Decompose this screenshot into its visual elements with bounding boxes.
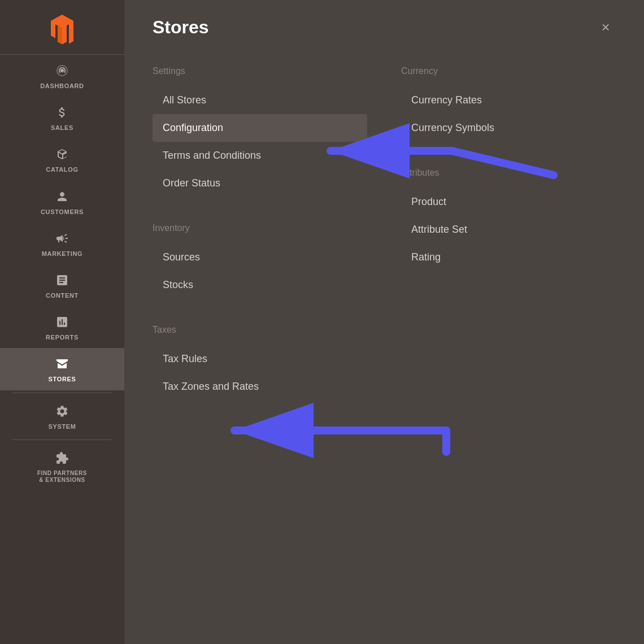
reports-icon bbox=[55, 315, 69, 331]
main-content: Stores × Settings All Stores Configurati… bbox=[124, 0, 644, 644]
sidebar: DASHBOARD SALES CATALOG CUSTOMERS MARKET… bbox=[0, 0, 124, 644]
panel-title: Stores bbox=[153, 17, 209, 38]
menu-item-currency-symbols[interactable]: Currency Symbols bbox=[401, 114, 616, 142]
inventory-section-title: Inventory bbox=[153, 223, 367, 233]
menu-item-stocks[interactable]: Stocks bbox=[153, 271, 367, 299]
panel-header: Stores × bbox=[153, 17, 616, 38]
sidebar-item-catalog[interactable]: CATALOG bbox=[0, 138, 124, 180]
sidebar-item-extensions[interactable]: FIND PARTNERS & EXTENSIONS bbox=[0, 442, 124, 490]
sidebar-item-stores-label: STORES bbox=[49, 376, 76, 383]
left-column: Settings All Stores Configuration Terms … bbox=[153, 60, 367, 401]
sidebar-item-sales-label: SALES bbox=[51, 124, 73, 132]
sidebar-item-customers-label: CUSTOMERS bbox=[41, 208, 84, 216]
settings-section-title: Settings bbox=[153, 66, 367, 76]
customers-icon bbox=[55, 190, 69, 206]
menu-item-terms-conditions[interactable]: Terms and Conditions bbox=[153, 142, 367, 169]
attributes-section-title: Attributes bbox=[401, 168, 616, 178]
stores-icon bbox=[55, 357, 69, 373]
currency-section-title: Currency bbox=[401, 66, 616, 76]
sidebar-item-dashboard[interactable]: DASHBOARD bbox=[0, 55, 124, 97]
sidebar-item-reports-label: REPORTS bbox=[46, 334, 79, 341]
system-icon bbox=[55, 404, 69, 420]
menu-item-attribute-set[interactable]: Attribute Set bbox=[401, 216, 616, 243]
sidebar-item-customers[interactable]: CUSTOMERS bbox=[0, 181, 124, 223]
sidebar-item-extensions-label: FIND PARTNERS & EXTENSIONS bbox=[37, 470, 87, 484]
menu-item-rating[interactable]: Rating bbox=[401, 243, 616, 271]
close-button[interactable]: × bbox=[595, 18, 616, 38]
menu-item-all-stores[interactable]: All Stores bbox=[153, 86, 367, 114]
sidebar-item-content-label: CONTENT bbox=[46, 292, 79, 299]
sidebar-item-stores[interactable]: STORES bbox=[0, 348, 124, 390]
sidebar-item-catalog-label: CATALOG bbox=[46, 166, 78, 173]
content-icon bbox=[55, 273, 69, 289]
sidebar-divider-stores-system bbox=[12, 393, 112, 393]
sidebar-item-content[interactable]: CONTENT bbox=[0, 264, 124, 306]
svg-point-1 bbox=[62, 362, 63, 363]
menu-item-tax-zones-rates[interactable]: Tax Zones and Rates bbox=[153, 373, 367, 401]
menu-item-configuration[interactable]: Configuration bbox=[153, 114, 367, 142]
menu-grid: Settings All Stores Configuration Terms … bbox=[153, 60, 616, 401]
sidebar-item-system[interactable]: SYSTEM bbox=[0, 395, 124, 437]
marketing-icon bbox=[55, 232, 69, 247]
menu-item-product[interactable]: Product bbox=[401, 188, 616, 216]
right-column: Currency Currency Rates Currency Symbols… bbox=[401, 60, 616, 401]
sidebar-item-dashboard-label: DASHBOARD bbox=[40, 82, 84, 90]
sidebar-item-marketing-label: MARKETING bbox=[42, 250, 83, 258]
stores-panel: Stores × Settings All Stores Configurati… bbox=[124, 0, 644, 644]
logo-container bbox=[0, 0, 124, 55]
catalog-icon bbox=[55, 147, 69, 163]
menu-item-order-status[interactable]: Order Status bbox=[153, 169, 367, 197]
sidebar-item-sales[interactable]: SALES bbox=[0, 97, 124, 138]
menu-item-currency-rates[interactable]: Currency Rates bbox=[401, 86, 616, 114]
svg-point-0 bbox=[60, 69, 64, 72]
sales-icon bbox=[55, 106, 69, 121]
sidebar-item-reports[interactable]: REPORTS bbox=[0, 306, 124, 348]
extensions-icon bbox=[55, 451, 69, 467]
sidebar-item-system-label: SYSTEM bbox=[48, 423, 76, 430]
sidebar-item-marketing[interactable]: MARKETING bbox=[0, 223, 124, 264]
dashboard-icon bbox=[55, 64, 69, 80]
sidebar-divider-system-extensions bbox=[12, 440, 112, 440]
menu-item-tax-rules[interactable]: Tax Rules bbox=[153, 345, 367, 373]
taxes-section-title: Taxes bbox=[153, 325, 367, 335]
menu-item-sources[interactable]: Sources bbox=[153, 243, 367, 271]
magento-logo-icon bbox=[46, 12, 78, 44]
